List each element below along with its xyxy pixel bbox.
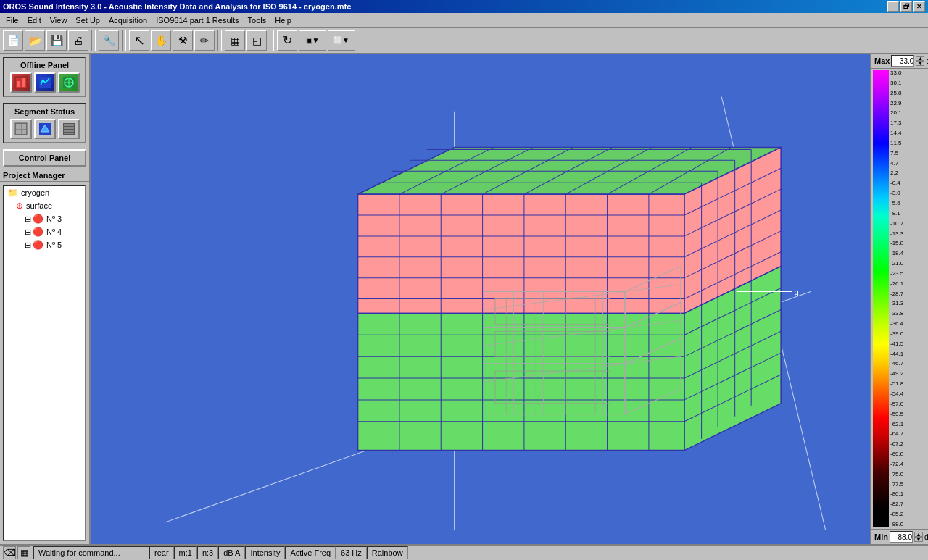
pm-item-surface[interactable]: ⊕ surface <box>4 199 85 212</box>
tool-hand[interactable]: ✋ <box>151 30 171 51</box>
svg-rect-14 <box>22 124 26 129</box>
max-spin-down[interactable]: ▼ <box>916 61 924 66</box>
svg-rect-22 <box>64 130 74 132</box>
menu-tools[interactable]: Tools <box>244 14 271 26</box>
menu-view[interactable]: View <box>46 14 72 26</box>
scale-value-17: -15.8 <box>890 241 925 246</box>
scale-value-44: -85.2 <box>890 511 925 517</box>
scale-max-header: Max ▲ ▼ dB <box>871 54 928 69</box>
scale-value-7: 11.5 <box>890 141 925 146</box>
pm-expand-n4: ⊞ <box>25 227 31 237</box>
offline-icon-1[interactable] <box>10 72 32 93</box>
pm-item-n4[interactable]: ⊞ 🔴 Nº 4 <box>4 225 85 238</box>
pm-expand-n3: ⊞ <box>25 214 31 224</box>
pm-label-cryogen: cryogen <box>21 188 49 197</box>
app-title: OROS Sound Intensity 3.0 - Acoustic Inte… <box>3 2 887 11</box>
offline-icon-2[interactable] <box>34 72 56 93</box>
scale-value-10: 2.2 <box>890 170 925 176</box>
menu-bar: File Edit View Set Up Acquisition ISO961… <box>0 13 928 28</box>
print-button[interactable]: 🖨 <box>68 30 88 51</box>
tool-rect[interactable]: ◱ <box>246 30 267 51</box>
min-spin-down[interactable]: ▼ <box>914 537 923 542</box>
tool-hammer[interactable]: ⚒ <box>173 30 193 51</box>
segment-status-title: Segment Status <box>7 107 82 116</box>
svg-rect-20 <box>64 124 74 126</box>
toolbar: 📄 📂 💾 🖨 🔧 ↖ ✋ ⚒ ✏ ▦ ◱ ↻ ▣▼ ⬜▼ <box>0 28 928 54</box>
scale-value-20: -23.5 <box>890 271 925 277</box>
scale-value-12: -3.0 <box>890 191 925 196</box>
project-manager: 📁 cryogen ⊕ surface ⊞ 🔴 Nº 3 ⊞ 🔴 Nº 4 ⊞ … <box>3 185 86 541</box>
offline-panel-section: Offline Panel <box>3 57 86 97</box>
tool-frame-dropdown[interactable]: ⬜▼ <box>328 30 355 51</box>
minimize-button[interactable]: _ <box>887 1 899 12</box>
segment-icon-1[interactable] <box>10 119 32 139</box>
scale-value-33: -57.0 <box>890 401 925 407</box>
pm-item-n5[interactable]: ⊞ 🔴 Nº 5 <box>4 238 85 251</box>
pm-icon-surface: ⊕ <box>16 201 23 211</box>
tb-sep-4 <box>270 30 274 51</box>
tb-sep-2 <box>122 30 126 51</box>
menu-help[interactable]: Help <box>270 14 296 26</box>
scale-value-13: -5.6 <box>890 201 925 206</box>
scale-value-27: -41.5 <box>890 341 925 347</box>
pm-expand-n5: ⊞ <box>25 241 31 250</box>
status-icon-grid[interactable]: ▦ <box>17 546 30 559</box>
min-spin-up[interactable]: ▲ <box>914 532 923 537</box>
menu-acquisition[interactable]: Acquisition <box>104 14 152 26</box>
scale-value-4: 20.1 <box>890 110 925 116</box>
restore-button[interactable]: 🗗 <box>900 1 912 12</box>
scale-value-32: -54.4 <box>890 391 925 397</box>
menu-setup[interactable]: Set Up <box>71 14 104 26</box>
status-view: rear <box>149 546 174 559</box>
tool-view-dropdown[interactable]: ▣▼ <box>299 30 326 51</box>
scale-value-40: -75.0 <box>890 472 925 477</box>
scale-value-31: -51.8 <box>890 381 925 387</box>
svg-text:g: g <box>795 288 799 296</box>
svg-marker-44 <box>358 194 684 313</box>
svg-rect-15 <box>16 130 21 134</box>
window-controls: _ 🗗 ✕ <box>887 1 925 12</box>
tool-wrench[interactable]: 🔧 <box>99 30 119 51</box>
offline-icon-3[interactable] <box>58 72 80 93</box>
pm-item-n3[interactable]: ⊞ 🔴 Nº 3 <box>4 212 85 225</box>
tool-select[interactable]: ↖ <box>129 30 149 51</box>
svg-marker-57 <box>358 313 684 450</box>
visualization-area[interactable]: g <box>91 54 870 544</box>
max-value-input[interactable] <box>891 55 914 67</box>
segment-icon-2[interactable] <box>34 119 56 139</box>
pm-icon-n4: 🔴 <box>33 227 44 237</box>
menu-iso9614[interactable]: ISO9614 part 1 Results <box>152 14 243 26</box>
scale-value-41: -77.5 <box>890 482 925 488</box>
scale-value-34: -59.5 <box>890 411 925 417</box>
menu-edit[interactable]: Edit <box>23 14 46 26</box>
min-spin: ▲ ▼ <box>914 532 923 542</box>
menu-file[interactable]: File <box>1 14 23 26</box>
scale-value-14: -8.1 <box>890 211 925 217</box>
save-button[interactable]: 💾 <box>46 30 67 51</box>
control-panel-button[interactable]: Control Panel <box>3 149 86 167</box>
scale-value-21: -26.1 <box>890 281 925 287</box>
scale-value-28: -44.1 <box>890 351 925 357</box>
scale-value-15: -10.7 <box>890 221 925 227</box>
segment-icon-3[interactable] <box>58 119 80 139</box>
scale-value-25: -36.4 <box>890 321 925 327</box>
scale-value-43: -82.7 <box>890 501 925 507</box>
min-value-input[interactable] <box>890 531 913 543</box>
pm-item-cryogen[interactable]: 📁 cryogen <box>4 186 85 199</box>
pm-label-n3: Nº 3 <box>46 214 62 223</box>
close-button[interactable]: ✕ <box>914 1 925 12</box>
open-button[interactable]: 📂 <box>25 30 45 51</box>
new-button[interactable]: 📄 <box>3 30 23 51</box>
color-bar: 33.030.125.822.920.117.314.411.57.54.72.… <box>873 70 927 527</box>
tool-pencil[interactable]: ✏ <box>194 30 215 51</box>
scale-min-footer: Min ▲ ▼ dB <box>871 529 928 544</box>
scale-value-36: -64.7 <box>890 431 925 437</box>
tool-grid[interactable]: ▦ <box>225 30 245 51</box>
scale-value-2: 25.8 <box>890 91 925 96</box>
scale-value-29: -46.7 <box>890 361 925 367</box>
max-spin-up[interactable]: ▲ <box>916 56 924 61</box>
tool-rotate[interactable]: ↻ <box>277 30 297 51</box>
status-icon-erase[interactable]: ⌫ <box>3 546 16 559</box>
status-waiting: Waiting for command... <box>33 546 149 559</box>
scale-value-1: 30.1 <box>890 80 925 86</box>
